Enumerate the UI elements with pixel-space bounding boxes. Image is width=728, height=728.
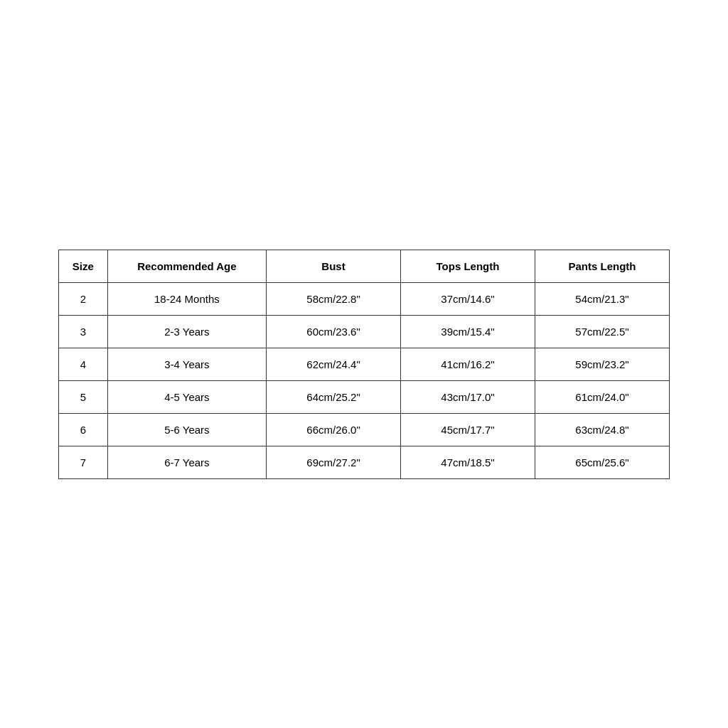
cell-pants: 54cm/21.3"	[535, 282, 669, 315]
cell-age: 3-4 Years	[107, 348, 266, 380]
header-size: Size	[59, 250, 108, 282]
cell-bust: 64cm/25.2"	[267, 380, 401, 413]
cell-size: 4	[59, 348, 108, 380]
header-bust: Bust	[267, 250, 401, 282]
cell-bust: 60cm/23.6"	[267, 315, 401, 348]
cell-tops: 41cm/16.2"	[401, 348, 535, 380]
cell-tops: 43cm/17.0"	[401, 380, 535, 413]
table-row: 32-3 Years60cm/23.6"39cm/15.4"57cm/22.5"	[59, 315, 670, 348]
table-row: 54-5 Years64cm/25.2"43cm/17.0"61cm/24.0"	[59, 380, 670, 413]
table-row: 218-24 Months58cm/22.8"37cm/14.6"54cm/21…	[59, 282, 670, 315]
cell-tops: 39cm/15.4"	[401, 315, 535, 348]
cell-pants: 63cm/24.8"	[535, 413, 669, 446]
size-chart-table: Size Recommended Age Bust Tops Length Pa…	[58, 250, 670, 479]
cell-tops: 37cm/14.6"	[401, 282, 535, 315]
cell-pants: 65cm/25.6"	[535, 446, 669, 478]
cell-size: 6	[59, 413, 108, 446]
cell-age: 4-5 Years	[107, 380, 266, 413]
header-tops-length: Tops Length	[401, 250, 535, 282]
cell-size: 5	[59, 380, 108, 413]
cell-age: 2-3 Years	[107, 315, 266, 348]
cell-age: 6-7 Years	[107, 446, 266, 478]
table-row: 43-4 Years62cm/24.4"41cm/16.2"59cm/23.2"	[59, 348, 670, 380]
cell-pants: 61cm/24.0"	[535, 380, 669, 413]
header-age: Recommended Age	[107, 250, 266, 282]
cell-pants: 59cm/23.2"	[535, 348, 669, 380]
cell-bust: 62cm/24.4"	[267, 348, 401, 380]
table-header-row: Size Recommended Age Bust Tops Length Pa…	[59, 250, 670, 282]
cell-size: 2	[59, 282, 108, 315]
size-chart-container: Size Recommended Age Bust Tops Length Pa…	[58, 250, 670, 479]
cell-bust: 69cm/27.2"	[267, 446, 401, 478]
cell-bust: 66cm/26.0"	[267, 413, 401, 446]
cell-tops: 47cm/18.5"	[401, 446, 535, 478]
cell-tops: 45cm/17.7"	[401, 413, 535, 446]
cell-size: 7	[59, 446, 108, 478]
cell-pants: 57cm/22.5"	[535, 315, 669, 348]
cell-age: 5-6 Years	[107, 413, 266, 446]
cell-size: 3	[59, 315, 108, 348]
cell-age: 18-24 Months	[107, 282, 266, 315]
table-row: 76-7 Years69cm/27.2"47cm/18.5"65cm/25.6"	[59, 446, 670, 478]
table-row: 65-6 Years66cm/26.0"45cm/17.7"63cm/24.8"	[59, 413, 670, 446]
cell-bust: 58cm/22.8"	[267, 282, 401, 315]
header-pants-length: Pants Length	[535, 250, 669, 282]
